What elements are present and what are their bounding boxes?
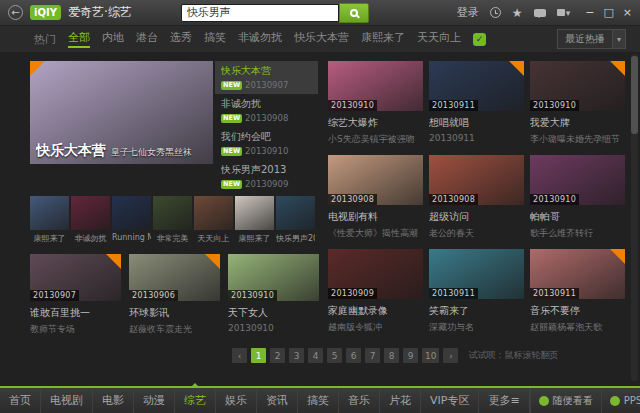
filter-item[interactable]: 内地 <box>102 30 124 48</box>
filter-item[interactable]: 搞笑 <box>204 30 226 48</box>
back-icon[interactable]: ← <box>8 5 23 20</box>
date-overlay: 20130911 <box>429 100 478 111</box>
message-icon[interactable] <box>534 9 546 17</box>
prev-page-button[interactable]: ‹ <box>232 348 247 363</box>
filter-item[interactable]: 非诚勿扰 <box>238 30 282 48</box>
video-title: 谁敢百里挑一 <box>30 306 121 320</box>
close-button[interactable]: × <box>623 7 632 18</box>
footer-item[interactable]: 娱乐 <box>216 388 257 413</box>
footer-item[interactable]: 片花 <box>380 388 421 413</box>
minimize-button[interactable]: − <box>585 7 594 18</box>
video-card[interactable]: 20130910天下女人20130910 <box>228 254 319 336</box>
video-card[interactable]: 20130911想唱就唱20130911 <box>429 61 524 146</box>
featured-poster[interactable]: 快乐大本营 皇子七仙女秀黑丝袜 <box>30 61 213 164</box>
scrollbar-track[interactable] <box>631 54 638 381</box>
episode-item[interactable]: 非诚勿扰NEW20130908 <box>215 94 318 127</box>
page-button[interactable]: 10 <box>422 348 439 363</box>
scrollbar-thumb[interactable] <box>631 56 638 134</box>
video-thumbnail: 20130911 <box>530 249 625 299</box>
related-thumbnail <box>153 196 192 230</box>
favorites-icon[interactable]: ★ <box>512 7 523 19</box>
sort-dropdown[interactable]: 最近热播 ▾ <box>557 29 626 49</box>
video-thumbnail: 20130909 <box>328 249 423 299</box>
new-ribbon-icon <box>610 249 625 264</box>
footer-shortcut[interactable]: 随便看看 <box>530 388 601 413</box>
page-button[interactable]: 6 <box>346 348 361 363</box>
page-button[interactable]: 1 <box>251 348 266 363</box>
chevron-down-icon: ▾ <box>613 29 626 49</box>
filter-item[interactable]: 全部 <box>68 30 90 48</box>
filter-toggle-icon[interactable]: ✓ <box>473 33 486 46</box>
new-ribbon-icon <box>106 254 121 269</box>
video-card[interactable]: 20130910我爱大牌李小璐曝未婚先孕细节 <box>530 61 625 146</box>
related-thumbnail <box>235 196 274 230</box>
footer-item[interactable]: 综艺 <box>175 388 216 413</box>
video-thumbnail: 20130910 <box>530 155 625 205</box>
featured-section: 快乐大本营 皇子七仙女秀黑丝袜 快乐大本营NEW20130907非诚勿扰NEW2… <box>30 61 318 336</box>
related-label: 康熙来了 <box>235 233 274 244</box>
gamepad-icon <box>610 396 620 406</box>
page-button[interactable]: 2 <box>270 348 285 363</box>
footer-item[interactable]: 资讯 <box>257 388 298 413</box>
maximize-button[interactable]: □ <box>603 7 613 18</box>
footer-item[interactable]: 动漫 <box>134 388 175 413</box>
episode-date: 20130908 <box>245 113 288 123</box>
related-item[interactable]: 天天向上 <box>194 196 233 244</box>
related-thumbnail <box>276 196 315 230</box>
skin-menu-icon[interactable]: ▾ <box>557 8 571 18</box>
episode-list: 快乐大本营NEW20130907非诚勿扰NEW20130908我们约会吧NEW2… <box>215 61 318 193</box>
video-card[interactable]: 20130910帕帕哥歌手么维齐转行 <box>530 155 625 240</box>
episode-item[interactable]: 快乐男声2013NEW20130909 <box>215 160 318 193</box>
related-label: 非常完美 <box>153 233 192 244</box>
login-link[interactable]: 登录 <box>457 5 479 20</box>
video-card[interactable]: 20130908电视剧有料《性爱大师》揭性高潮 <box>328 155 423 240</box>
filter-item[interactable]: 港台 <box>136 30 158 48</box>
footer-item[interactable]: 首页 <box>0 388 41 413</box>
search-button[interactable] <box>339 3 369 23</box>
filter-item[interactable]: 选秀 <box>170 30 192 48</box>
date-overlay: 20130909 <box>328 288 377 299</box>
related-item[interactable]: 康熙来了 <box>30 196 69 244</box>
footer-item[interactable]: 更多≡ <box>479 388 529 413</box>
related-item[interactable]: 非诚勿扰 <box>71 196 110 244</box>
video-card[interactable]: 20130907谁敢百里挑一教师节专场 <box>30 254 121 336</box>
main-area: 快乐大本营 皇子七仙女秀黑丝袜 快乐大本营NEW20130907非诚勿扰NEW2… <box>0 52 640 363</box>
page-button[interactable]: 9 <box>403 348 418 363</box>
related-thumbnail <box>30 196 69 230</box>
page-button[interactable]: 5 <box>327 348 342 363</box>
related-item[interactable]: 康熙来了 <box>235 196 274 244</box>
footer-item[interactable]: VIP专区 <box>421 388 479 413</box>
filter-item[interactable]: 天天向上 <box>417 30 461 48</box>
related-item[interactable]: 快乐男声2013 <box>276 196 315 244</box>
footer-item[interactable]: 搞笑 <box>298 388 339 413</box>
episode-item[interactable]: 快乐大本营NEW20130907 <box>215 61 318 94</box>
video-card[interactable]: 20130909家庭幽默录像越南版令狐冲 <box>328 249 423 334</box>
video-card[interactable]: 20130906环球影讯赵薇收车震走光 <box>129 254 220 336</box>
history-icon[interactable] <box>490 7 501 18</box>
footer-item[interactable]: 电影 <box>93 388 134 413</box>
video-card[interactable]: 20130910综艺大爆炸小S失恋吴镇宇被强吻 <box>328 61 423 146</box>
video-title: 家庭幽默录像 <box>328 304 423 318</box>
related-item[interactable]: Running Man <box>112 196 151 244</box>
page-button[interactable]: 4 <box>308 348 323 363</box>
next-page-button[interactable]: › <box>443 348 458 363</box>
video-subtitle: 越南版令狐冲 <box>328 321 423 334</box>
footer-item[interactable]: 音乐 <box>339 388 380 413</box>
sort-value: 最近热播 <box>557 29 613 49</box>
filter-item[interactable]: 康熙来了 <box>361 30 405 48</box>
video-card[interactable]: 20130911笑霸来了深藏功与名 <box>429 249 524 334</box>
footer-shortcut[interactable]: PPS游戏 <box>601 388 640 413</box>
search-input[interactable] <box>181 4 339 22</box>
footer-item[interactable]: 电视剧 <box>41 388 93 413</box>
search-bar <box>181 3 369 23</box>
page-button[interactable]: 8 <box>384 348 399 363</box>
page-button[interactable]: 7 <box>365 348 380 363</box>
page-button[interactable]: 3 <box>289 348 304 363</box>
episode-meta: NEW20130907 <box>221 80 312 90</box>
related-item[interactable]: 非常完美 <box>153 196 192 244</box>
episode-item[interactable]: 我们约会吧NEW20130910 <box>215 127 318 160</box>
filter-item[interactable]: 快乐大本营 <box>294 30 349 48</box>
related-thumbnail <box>194 196 233 230</box>
video-card[interactable]: 20130911音乐不要停赵丽颖杨幂泡天歌 <box>530 249 625 334</box>
video-card[interactable]: 20130908超级访问老公的春天 <box>429 155 524 240</box>
